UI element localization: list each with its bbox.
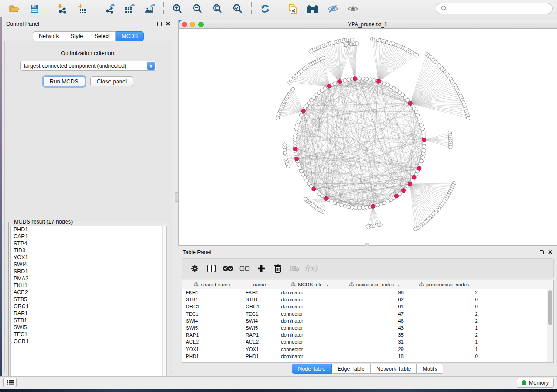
refresh-layout-button[interactable] — [257, 2, 273, 16]
export-image-button[interactable] — [142, 2, 158, 16]
network-hub-node[interactable] — [394, 194, 398, 198]
network-node[interactable] — [295, 127, 298, 131]
splitter-grip[interactable] — [175, 192, 178, 202]
task-history-button[interactable] — [3, 378, 17, 387]
network-leaf-node[interactable] — [283, 143, 286, 146]
tab-style[interactable]: Style — [65, 31, 89, 41]
mcds-result-item[interactable]: STB1 — [11, 317, 166, 324]
network-node[interactable] — [354, 206, 358, 210]
network-node[interactable] — [296, 124, 299, 127]
float-table-panel-icon[interactable] — [540, 250, 544, 254]
tab-motifs[interactable]: Motifs — [417, 364, 443, 374]
column-header-successor-nodes[interactable]: successor nodes⌄ — [343, 280, 407, 289]
network-node[interactable] — [419, 120, 422, 124]
network-hub-node[interactable] — [422, 138, 426, 142]
zoom-fit-button[interactable] — [210, 2, 225, 16]
network-leaf-node[interactable] — [355, 42, 359, 45]
network-node[interactable] — [297, 163, 300, 166]
network-leaf-node[interactable] — [291, 87, 294, 91]
network-hub-node[interactable] — [417, 166, 421, 170]
network-node[interactable] — [382, 201, 386, 205]
mcds-result-item[interactable]: GCR1 — [11, 338, 166, 345]
network-node[interactable] — [361, 206, 365, 210]
network-node[interactable] — [420, 124, 423, 127]
network-node[interactable] — [347, 78, 350, 81]
mcds-result-list[interactable]: PHD1CAR1STP4TID3YOX1SWI4SRD1PMA2FKH1ACE2… — [10, 226, 167, 381]
import-network-button[interactable] — [54, 2, 70, 16]
vertical-splitter[interactable] — [175, 17, 178, 376]
delete-column-button[interactable] — [270, 261, 285, 276]
select-all-columns-button[interactable] — [221, 261, 235, 276]
network-node[interactable] — [422, 131, 425, 134]
unselect-all-columns-button[interactable] — [237, 261, 252, 276]
mcds-result-item[interactable]: ORC1 — [11, 303, 166, 310]
table-row[interactable]: YOX1YOX1connector291 — [182, 346, 553, 353]
network-node[interactable] — [418, 117, 421, 120]
table-row[interactable]: ACE2ACE2connector311 — [182, 338, 553, 345]
import-table-button[interactable] — [74, 2, 90, 16]
memory-button[interactable]: Memory — [517, 378, 554, 388]
show-columns-button[interactable] — [204, 261, 219, 276]
mcds-result-item[interactable]: RAP1 — [11, 310, 166, 317]
network-node[interactable] — [358, 206, 361, 210]
mcds-result-item[interactable]: SWI5 — [11, 324, 166, 331]
mcds-result-item[interactable]: TEC1 — [11, 331, 166, 338]
save-session-button[interactable] — [27, 2, 42, 16]
mcds-result-item[interactable]: ACE2 — [11, 289, 166, 296]
mcds-result-item[interactable]: STP4 — [11, 240, 166, 247]
tab-network[interactable]: Network — [33, 31, 65, 41]
first-neighbors-button[interactable] — [305, 2, 321, 16]
network-node[interactable] — [422, 148, 426, 152]
network-node[interactable] — [294, 131, 298, 134]
network-node[interactable] — [372, 79, 376, 82]
network-node[interactable] — [343, 204, 347, 208]
network-node[interactable] — [422, 134, 426, 138]
network-node[interactable] — [293, 141, 297, 145]
network-leaf-node[interactable] — [304, 197, 307, 201]
network-node[interactable] — [421, 127, 424, 131]
table-scrollbar-thumb[interactable] — [548, 290, 552, 325]
export-table-button[interactable] — [122, 2, 138, 16]
network-node[interactable] — [294, 152, 298, 156]
network-hub-node[interactable] — [408, 182, 412, 186]
mcds-list-scrollbar[interactable] — [162, 226, 166, 381]
network-node[interactable] — [333, 82, 336, 85]
tab-select[interactable]: Select — [89, 31, 116, 41]
network-canvas[interactable] — [179, 29, 557, 245]
network-hub-node[interactable] — [301, 109, 305, 113]
mcds-result-item[interactable]: SWI4 — [11, 261, 166, 268]
close-table-panel-icon[interactable]: ✕ — [548, 250, 553, 254]
network-leaf-node[interactable] — [415, 54, 419, 57]
settings-gear-button[interactable] — [187, 261, 202, 276]
table-row[interactable]: SWI5SWI5connector431 — [182, 324, 553, 331]
close-panel-icon[interactable]: ✕ — [166, 22, 170, 26]
network-hub-node[interactable] — [293, 147, 297, 151]
column-header-predecessor-nodes[interactable]: predecessor nodes — [407, 280, 481, 289]
network-hub-node[interactable] — [412, 175, 416, 179]
network-node[interactable] — [350, 206, 354, 209]
create-column-button[interactable] — [254, 261, 269, 276]
optimization-criterion-select[interactable]: largest connected component (undirected)… — [20, 61, 156, 71]
network-hub-node[interactable] — [408, 101, 412, 105]
zoom-selected-button[interactable] — [230, 2, 246, 16]
tab-mcds[interactable]: MCDS — [116, 31, 144, 41]
network-node[interactable] — [293, 138, 297, 141]
network-node[interactable] — [379, 202, 383, 206]
network-leaf-node[interactable] — [366, 225, 369, 228]
network-hub-node[interactable] — [312, 187, 316, 191]
mcds-result-item[interactable]: PMA2 — [11, 275, 166, 282]
mcds-result-item[interactable]: SRD1 — [11, 268, 166, 275]
network-node[interactable] — [298, 166, 301, 169]
network-node[interactable] — [420, 159, 423, 163]
network-node[interactable] — [365, 206, 368, 209]
network-node[interactable] — [294, 134, 297, 138]
network-hub-node[interactable] — [327, 84, 331, 88]
mcds-result-item[interactable]: TID3 — [11, 247, 166, 254]
network-node[interactable] — [422, 152, 425, 156]
network-node[interactable] — [419, 163, 422, 166]
table-row[interactable]: FKH1FKH1dominator962 — [182, 289, 553, 296]
network-node[interactable] — [421, 156, 424, 159]
column-menu-chevron-icon[interactable]: ⌄ — [325, 282, 329, 287]
tab-edge-table[interactable]: Edge Table — [332, 364, 370, 374]
mcds-result-item[interactable]: CAR1 — [11, 233, 166, 240]
